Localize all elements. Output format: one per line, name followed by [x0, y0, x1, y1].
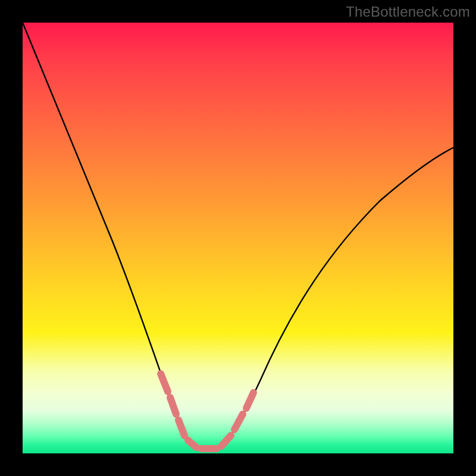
svg-line-2: [178, 420, 184, 436]
svg-line-6: [234, 414, 243, 430]
chart-frame: TheBottleneck.com: [0, 0, 476, 476]
svg-line-0: [161, 374, 168, 392]
plot-area: [23, 23, 453, 453]
highlight-segments: [161, 374, 253, 449]
svg-line-5: [221, 436, 231, 446]
watermark-text: TheBottleneck.com: [346, 4, 470, 20]
bottleneck-curve: [23, 23, 453, 453]
svg-line-7: [246, 393, 253, 408]
svg-line-1: [170, 397, 176, 414]
svg-line-3: [188, 440, 196, 447]
bottleneck-curve-path: [23, 23, 453, 449]
